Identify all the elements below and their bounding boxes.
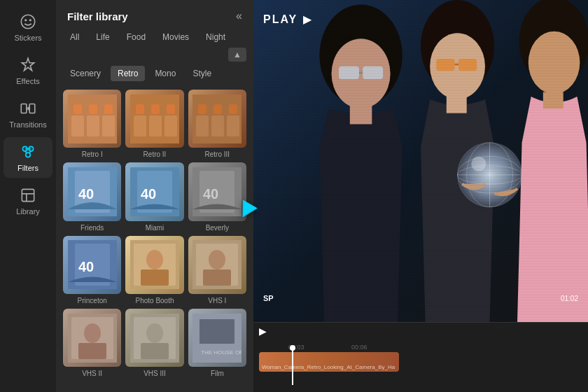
svg-rect-30 [196, 115, 209, 136]
panel-collapse-button[interactable]: « [236, 10, 242, 22]
effects-label: Effects [16, 77, 39, 85]
filters-icon [19, 143, 37, 161]
svg-text:THE HOUSE OF...: THE HOUSE OF... [201, 349, 241, 356]
svg-rect-28 [167, 104, 175, 114]
filter-name-photo-booth: Photo Booth [135, 297, 174, 304]
sidebar-item-transitions[interactable]: Transitions [4, 94, 52, 134]
filter-name-vhs-iii: VHS III [144, 370, 166, 377]
cat-life[interactable]: Life [89, 29, 116, 45]
cat-retro[interactable]: Retro [111, 66, 145, 81]
svg-text:40: 40 [203, 186, 218, 202]
svg-point-58 [84, 323, 101, 343]
filter-thumb-retro-i [63, 90, 121, 148]
sidebar-item-stickers[interactable]: Stickers [4, 7, 52, 48]
svg-rect-66 [200, 319, 234, 344]
play-label: PLAY [263, 13, 298, 26]
filter-retro-i[interactable]: Retro I [63, 90, 121, 158]
svg-point-90 [528, 31, 580, 94]
time-mark-2: 00:06 [351, 344, 368, 351]
svg-rect-35 [229, 104, 237, 114]
filter-grid: Retro I Retro II [56, 85, 253, 392]
filter-vhs-iii[interactable]: VHS III [125, 309, 183, 377]
filter-miami[interactable]: 40 Miami [125, 162, 183, 231]
filter-film[interactable]: THE HOUSE OF... Film [188, 309, 246, 377]
filter-thumb-vhs-ii [63, 309, 121, 367]
effects-icon [19, 56, 37, 74]
row-toggle-up[interactable]: ▲ [228, 48, 246, 62]
svg-point-2 [29, 19, 31, 21]
svg-rect-21 [104, 104, 113, 114]
filter-retro-iii[interactable]: Retro III [188, 90, 246, 158]
svg-rect-91 [543, 92, 564, 108]
panel-title: Filter library [67, 10, 128, 22]
filter-thumb-vhs-i [188, 236, 246, 294]
cat-food[interactable]: Food [120, 29, 153, 45]
svg-rect-72 [363, 66, 383, 79]
filter-thumb-friends: 40 [63, 162, 121, 220]
cat-all[interactable]: All [63, 29, 86, 45]
filter-thumb-film: THE HOUSE OF... [188, 309, 246, 367]
svg-point-8 [26, 153, 31, 158]
svg-text:40: 40 [141, 186, 156, 202]
filter-princeton[interactable]: 40 Princeton [63, 236, 121, 304]
sidebar-item-filters[interactable]: Filters [4, 137, 52, 178]
svg-point-1 [24, 19, 27, 21]
svg-rect-20 [89, 104, 97, 114]
cat-scenery[interactable]: Scenery [63, 66, 108, 81]
filter-categories-row1: All Life Food Movies Night ▲ [56, 29, 253, 66]
filter-name-miami: Miami [146, 224, 164, 232]
filter-thumb-photo-booth [125, 236, 183, 294]
cat-night[interactable]: Night [199, 29, 232, 45]
filter-friends[interactable]: 40 Friends [63, 162, 121, 231]
filter-name-vhs-i: VHS I [208, 297, 226, 304]
svg-rect-51 [141, 270, 169, 286]
filter-retro-ii[interactable]: Retro II [125, 90, 183, 158]
cat-style[interactable]: Style [186, 66, 218, 81]
playhead[interactable] [292, 346, 293, 385]
timeline-play-button[interactable]: ▶ [259, 326, 267, 337]
filter-thumb-princeton: 40 [63, 236, 121, 294]
filter-thumb-retro-ii [125, 90, 183, 148]
scene-svg [253, 0, 588, 322]
transitions-icon [19, 99, 37, 118]
svg-rect-12 [22, 189, 34, 201]
svg-rect-34 [214, 104, 222, 114]
video-clip[interactable]: Woman_Camera_Retro_Looking_At_Camera_By_… [259, 352, 399, 372]
cat-movies[interactable]: Movies [155, 29, 196, 45]
transitions-label: Transitions [9, 120, 46, 129]
svg-point-88 [471, 156, 486, 171]
svg-rect-63 [141, 343, 169, 359]
svg-point-0 [21, 15, 35, 29]
svg-rect-25 [164, 115, 177, 136]
timeline-track[interactable]: 00:03 00:06 Woman_Camera_Retro_Looking_A… [253, 340, 588, 392]
panel-header: Filter library « [56, 0, 253, 29]
svg-rect-26 [136, 104, 144, 114]
svg-point-62 [146, 323, 163, 343]
svg-rect-16 [71, 115, 84, 136]
filter-name-friends: Friends [80, 224, 104, 232]
filter-vhs-i[interactable]: VHS I [188, 236, 246, 304]
svg-rect-31 [211, 115, 224, 136]
filter-name-film: Film [211, 370, 224, 377]
sp-label: SP [263, 294, 274, 302]
clip-label: Woman_Camera_Retro_Looking_At_Camera_By_… [262, 364, 395, 370]
svg-rect-24 [149, 115, 162, 136]
playhead-handle[interactable] [290, 345, 295, 351]
filter-vhs-ii[interactable]: VHS II [63, 309, 121, 377]
library-label: Library [16, 207, 40, 216]
play-overlay: PLAY ▶ [263, 13, 312, 26]
filter-thumb-miami: 40 [125, 162, 183, 220]
filters-label: Filters [18, 164, 38, 172]
svg-rect-74 [350, 106, 372, 124]
svg-rect-77 [436, 59, 454, 71]
sidebar-item-effects[interactable]: Effects [4, 50, 52, 91]
filter-photo-booth[interactable]: Photo Booth [125, 236, 183, 304]
sidebar-item-library[interactable]: Library [4, 181, 52, 221]
svg-rect-33 [198, 104, 206, 114]
svg-text:40: 40 [78, 259, 94, 274]
filter-name-retro-iii: Retro III [205, 150, 230, 158]
svg-rect-55 [203, 270, 231, 286]
cat-mono[interactable]: Mono [148, 66, 183, 81]
filter-beverly[interactable]: 40 Beverly [188, 162, 246, 231]
main-content: PLAY ▶ SP 01:02 ▶ 00:03 00:06 Woman_Came… [253, 0, 588, 392]
